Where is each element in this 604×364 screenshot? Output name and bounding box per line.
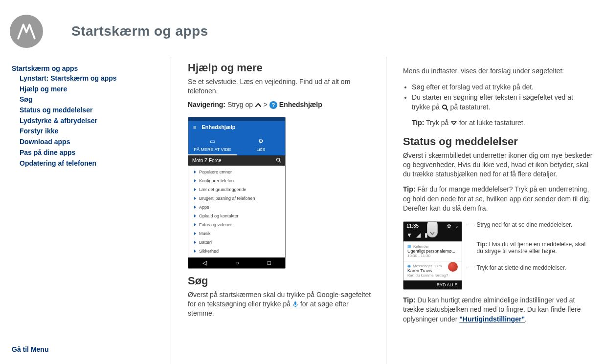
signal-icon: ◢ — [416, 232, 421, 238]
phone-tab-fix: ⚙ LØS — [237, 133, 285, 155]
section-title-soeg: Søg — [188, 275, 373, 287]
tip2-label: Tip: — [403, 185, 415, 193]
nav-text-c: Enhedshjælp — [279, 101, 322, 108]
mic-icon — [292, 301, 298, 308]
navigation-path: Navigering: Stryg op > ? Enhedshjælp — [188, 101, 373, 109]
notif-time: 11:35 — [406, 223, 419, 229]
phone-mockup: ≡ Enhedshjælp ▭ FÅ MERE AT VIDE ⚙ LØS Mo… — [188, 117, 286, 269]
nav-item-soeg[interactable]: Søg — [20, 95, 32, 103]
nav-item-hjaelp[interactable]: Hjælp og mere — [20, 85, 67, 93]
phone-list-item: Sikkerhed — [188, 247, 285, 256]
notification-panel-mockup: 11:35 ✿ ⌄ ▼ ◢ ▮ ▦Kalender Ugentligt pers… — [403, 221, 462, 290]
phone-list-item: Apps — [188, 203, 285, 212]
nav-item-lynstart[interactable]: Lynstart: Startskærm og apps — [20, 74, 117, 82]
gear-icon: ✿ — [447, 223, 451, 229]
back-icon: ◁ — [202, 260, 207, 266]
wrench-icon: ⚙ — [238, 135, 284, 147]
page-title: Startskærm og apps — [71, 23, 208, 39]
annotation-2-text: Tip: Hvis du vil fjerne en meddelelse, s… — [477, 241, 593, 255]
annotation-2: Tip: Hvis du vil fjerne en meddelelse, s… — [467, 241, 593, 255]
calendar-icon: ▦ — [407, 244, 411, 249]
tip1-label: Tip: — [412, 119, 424, 127]
menu-link[interactable]: Gå til Menu — [12, 345, 160, 353]
svg-rect-2 — [294, 301, 296, 305]
leader-line — [467, 225, 474, 225]
soeg-body: Øverst på startskærmen skal du trykke på… — [188, 290, 373, 318]
recent-icon: □ — [268, 260, 271, 266]
phone-list-item: Opkald og kontakter — [188, 212, 285, 220]
nav-list: Lynstart: Startskærm og apps Hjælp og me… — [12, 73, 160, 169]
phone-list-item: Brugertilpasning af telefonen — [188, 194, 285, 203]
search-bullets: Søg efter et forslag ved at trykke på de… — [412, 82, 593, 113]
search-intro: Mens du indtaster, vises der forslag und… — [403, 66, 593, 76]
pull-down-icon — [427, 221, 438, 237]
phone-list-item: Konfigurer telefon — [188, 176, 285, 185]
notif-cal-app: Kalender — [413, 244, 429, 249]
phone-list-item: Musik — [188, 229, 285, 238]
tip-close-keyboard: Tip: Tryk på for at lukke tastaturet. — [412, 118, 593, 128]
tip-quick-settings: Tip: Du kan hurtigt ændre almindelige in… — [403, 296, 593, 324]
phone-navbar: ◁ ○ □ — [188, 257, 285, 268]
sidebar: Startskærm og apps Lynstart: Startskærm … — [10, 57, 171, 364]
phone-list-item: Lær det grundlæggende — [188, 185, 285, 194]
svg-line-1 — [279, 161, 281, 162]
nav-item-lydstyrke[interactable]: Lydstyrke & afbrydelser — [20, 117, 97, 125]
annotation-3: Tryk for at slette dine meddelelser. — [467, 264, 593, 271]
aside-column: Mens du indtaster, vises der forslag und… — [386, 57, 596, 364]
chevron-up-icon — [255, 102, 262, 108]
phone-appbar-title: Enhedshjælp — [201, 124, 235, 130]
phone-tabs: ▭ FÅ MERE AT VIDE ⚙ LØS — [188, 133, 285, 155]
nav-item-status[interactable]: Status og meddelelser — [20, 106, 92, 114]
nav-item-download[interactable]: Download apps — [20, 138, 70, 146]
phone-list-item: Batteri — [188, 238, 285, 247]
nav-item-forstyr[interactable]: Forstyr ikke — [20, 127, 58, 135]
svg-point-4 — [443, 105, 447, 109]
motorola-logo-icon — [16, 21, 37, 42]
svg-point-0 — [277, 158, 280, 161]
tip1-text-b: for at lukke tastaturet. — [459, 119, 525, 127]
help-icon: ? — [269, 101, 277, 109]
columns: Startskærm og apps Lynstart: Startskærm … — [10, 57, 596, 364]
bullet-2-text: Du starter en søgning efter teksten i sø… — [412, 93, 573, 111]
messenger-icon: ◉ — [407, 264, 411, 268]
chevron-down-icon: ⌄ — [455, 223, 459, 229]
avatar — [448, 262, 458, 272]
phone-topic-list: Populære emner Konfigurer telefon Lær de… — [188, 166, 285, 257]
wifi-icon: ▼ — [406, 232, 412, 238]
phone-tab-learn: ▭ FÅ MERE AT VIDE — [188, 133, 237, 155]
motorola-logo — [10, 15, 43, 48]
quick-settings-link[interactable]: "Hurtigindstillinger" — [459, 315, 525, 323]
phone-list-item: Populære emner — [188, 168, 285, 176]
magnifier-icon — [442, 104, 448, 111]
hjaelp-intro: Se et selvstudie. Læs en vejledning. Fin… — [188, 77, 373, 96]
nav-item-opdatering[interactable]: Opdatering af telefonen — [20, 159, 96, 167]
phone-search-text: Moto Z Force — [192, 158, 221, 163]
nav-text-a: Stryg op — [227, 101, 253, 108]
nav-section-title: Startskærm og apps — [12, 64, 160, 72]
phone-tab-fix-label: LØS — [256, 147, 265, 152]
annotation-2-tip-label: Tip: — [477, 241, 488, 248]
annotation-3-text: Tryk for at slette dine meddelelser. — [477, 264, 566, 271]
tip1-text-a: Tryk på — [426, 119, 448, 127]
notif-card-calendar: ▦Kalender Ugentligt personalemø... 10:30… — [403, 241, 462, 261]
search-icon — [276, 157, 281, 164]
home-icon: ○ — [235, 260, 239, 266]
phone-list-item: Fotos og videoer — [188, 220, 285, 229]
nav-text-b: > — [264, 101, 268, 108]
book-icon: ▭ — [189, 135, 236, 147]
annotation-2-body: Hvis du vil fjerne en meddelelse, skal d… — [477, 241, 586, 255]
notif-card-messenger: ◉ Messenger 17m Karen Travis Kan du komm… — [403, 261, 462, 280]
svg-line-5 — [446, 108, 448, 110]
phone-status-bar — [188, 117, 285, 121]
section-title-status: Status og meddelelser — [403, 135, 593, 148]
page: Startskærm og apps Startskærm og apps Ly… — [0, 0, 604, 364]
notif-cal-time: 10:30 - 11:30 — [407, 254, 458, 258]
phone-tab-learn-label: FÅ MERE AT VIDE — [194, 147, 231, 152]
leader-line — [467, 268, 474, 268]
bullet-2-tail: på tastaturet. — [450, 103, 491, 111]
header: Startskærm og apps — [10, 15, 596, 48]
nav-item-pas-paa[interactable]: Pas på dine apps — [20, 149, 75, 156]
annotation-1-text: Stryg ned for at se dine meddelelser. — [477, 221, 572, 228]
phone-search-bar: Moto Z Force — [188, 155, 285, 166]
nav-label: Navigering: — [188, 101, 225, 108]
